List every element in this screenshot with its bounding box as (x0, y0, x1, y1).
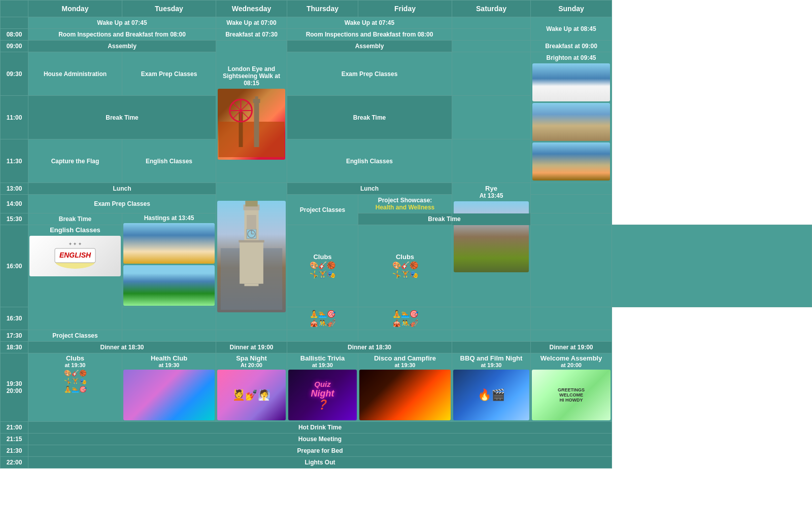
spa-text: Spa Night (217, 354, 286, 362)
capture-flag: Capture the Flag (28, 139, 122, 183)
time-wakeup (1, 17, 28, 29)
breakfast-mon-tue: Room Inspections and Breakfast from 08:0… (28, 29, 216, 41)
rye-cell: Rye At 13:45 (452, 183, 531, 307)
time-1730: 17:30 (1, 330, 28, 342)
healthclub-image (123, 370, 215, 420)
disco-time: at 19:30 (359, 362, 451, 368)
clubs-thu-icons2: 🧘🏊🎯🎪🤼🎻 (289, 309, 356, 328)
english-tue: English Classes (122, 139, 216, 183)
welcome-image: GREETINGSWELCOMEHI HOWDY (532, 370, 611, 420)
wakeup-mon-tue: Wake Up at 07:45 (28, 17, 216, 29)
svg-rect-20 (240, 241, 263, 283)
svg-text:ENGLISH: ENGLISH (59, 251, 91, 259)
brighton-image1 (532, 63, 610, 101)
project-showcase-text: Project Showcase: (360, 197, 450, 204)
exam-prep-sat (452, 52, 531, 96)
project-showcase-fri: Project Showcase: Health and Wellness (358, 195, 452, 213)
health-club-text: Health Club (123, 354, 215, 362)
brighton-image3 (532, 142, 610, 181)
time-1100: 11:00 (1, 96, 28, 139)
quiznight-image: Quiz Night ❓ (288, 370, 357, 420)
time-1630: 16:30 (1, 307, 28, 330)
bbq-film-night: BBQ and Film Night at 19:30 🔥🎬 (452, 353, 531, 422)
svg-rect-0 (219, 122, 285, 157)
london-eye-text: London Eye and Sightseeing Walk at 08:15 (218, 63, 285, 89)
project-sat-1730 (452, 330, 531, 342)
svg-rect-21 (239, 240, 264, 242)
time-1300: 13:00 (1, 183, 28, 195)
health-wellness-text: Health and Wellness (360, 204, 450, 211)
ballistic-text: Ballistic Trivia (288, 354, 357, 362)
ballistic-time: at 19:30 (288, 362, 357, 368)
wakeup-thu-fri: Wake Up at 07:45 (287, 17, 452, 29)
break-mon-1530: Break Time (28, 213, 122, 225)
ballistic-trivia: Ballistic Trivia at 19:30 Quiz Night ❓ (287, 353, 358, 422)
exam-prep-thu-fri: Exam Prep Classes (287, 52, 452, 96)
clubs-mon-evening: Clubs at 19:30 🎨🎸🏀🤸🏋️🎭🧘🏊🎯 (28, 353, 122, 422)
time-1400: 14:00 (1, 195, 28, 213)
project-classes-thu: Project Classes (287, 195, 358, 225)
bbq-time: at 19:30 (453, 362, 529, 368)
friday-header: Friday (358, 1, 452, 17)
brighton-1630 (531, 307, 612, 330)
clubs-thu-1630: 🧘🏊🎯🎪🤼🎻 (287, 307, 358, 330)
schedule-wrapper: Monday Tuesday Wednesday Thursday Friday… (0, 0, 812, 468)
welcome-time: at 20:00 (532, 362, 611, 368)
clubs-thu-icons: 🎨🎸🏀🤸🏋️🎭 (289, 261, 356, 279)
hastings-1630 (122, 307, 216, 330)
english-thu-fri: English Classes (287, 139, 452, 183)
svg-text:✦ ✦ ✦: ✦ ✦ ✦ (69, 242, 81, 246)
lights-out: Lights Out (28, 457, 612, 468)
clubs-thu-text: Clubs (289, 253, 356, 261)
spa-time: At 20:00 (217, 362, 286, 368)
english-mon-text: English Classes (29, 226, 121, 234)
english-image: ENGLISH ✦ ✦ ✦ (29, 236, 121, 276)
clubs-mon-time: at 19:30 (29, 362, 121, 368)
project-thu-1730 (287, 330, 358, 342)
break-sat-1530 (531, 213, 612, 225)
lunch-thu-fri: Lunch (287, 183, 452, 195)
assembly-sat (452, 41, 531, 52)
hastings-image2 (123, 265, 215, 306)
breakfast-wed: Breakfast at 07:30 (216, 29, 287, 41)
prepare-bed: Prepare for Bed (28, 445, 612, 457)
lunch-mon-tue: Lunch (28, 183, 216, 195)
dinner-sun: Dinner at 19:00 (531, 342, 612, 353)
disco-campfire: Disco and Campfire at 19:30 (358, 353, 452, 422)
monday-header: Monday (28, 1, 122, 17)
brighton-text: Brighton at 09:45 (532, 54, 610, 61)
spa-night-evening: Spa Night At 20:00 💆💅🧖 (216, 353, 287, 422)
bbq-image: 🔥🎬 (453, 370, 529, 420)
clubs-fri-text: Clubs (360, 253, 450, 261)
wakeup-wed: Wake Up at 07:00 (216, 17, 287, 29)
hastings-text: Hastings at 13:45 (123, 214, 215, 222)
project-tue-1730 (122, 330, 216, 342)
health-club-evening: Health Club at 19:30 (122, 353, 216, 422)
london-eye-cell: London Eye and Sightseeing Walk at 08:15 (216, 41, 287, 183)
dinner-mon-tue: Dinner at 18:30 (28, 342, 216, 353)
disco-image (359, 370, 451, 420)
break-mon-tue: Break Time (28, 96, 216, 139)
assembly-mon-tue: Assembly (28, 41, 216, 52)
clubs-sun-1600 (612, 225, 812, 307)
time-2115: 21:15 (1, 434, 28, 445)
time-2200: 22:00 (1, 457, 28, 468)
dinner-wed: Dinner at 19:00 (216, 342, 287, 353)
wakeup-sat (452, 17, 531, 29)
wednesday-header: Wednesday (216, 1, 287, 17)
brighton-image2 (532, 103, 610, 141)
house-meeting: House Meeting (28, 434, 612, 445)
clubs-thu-1600: Clubs 🎨🎸🏀🤸🏋️🎭 (287, 225, 358, 307)
hastings-image1 (123, 223, 215, 264)
time-1530: 15:30 (1, 213, 28, 225)
rye-time: At 13:45 (454, 192, 529, 199)
health-club-time: at 19:30 (123, 362, 215, 368)
time-1830: 18:30 (1, 342, 28, 353)
brighton-cell: Brighton at 09:45 (531, 52, 612, 183)
thursday-header: Thursday (287, 1, 358, 17)
bbq-text: BBQ and Film Night (453, 354, 529, 362)
clubs-fri-icons2: 🧘🏊🎯🎪🤼🎻 (360, 309, 450, 328)
exam-prep-mon-1400: Exam Prep Classes (28, 195, 216, 213)
spanight-image: 💆💅🧖 (217, 370, 286, 420)
clubs-fri-icons: 🎨🎸🏀🤸🏋️🎭 (360, 261, 450, 279)
